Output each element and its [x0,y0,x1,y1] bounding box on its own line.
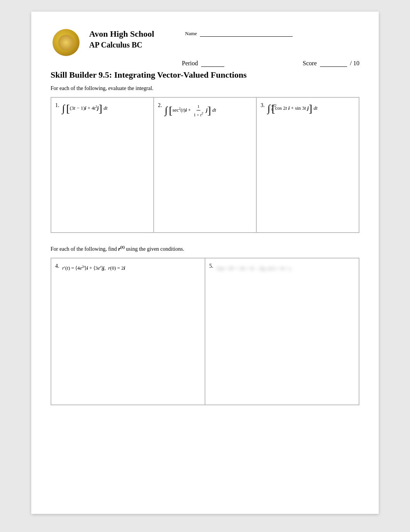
section1-instructions: For each of the following, evaluate the … [51,85,359,92]
problem-number-2: 2. [158,102,162,109]
period-label: Period [182,60,198,66]
section2-instructions: For each of the following, find r(t) usi… [51,245,359,252]
problem-cell-5: 5. r′(t) = ⟨t² + 1⟩i + ⟨t − 2⟩j, r(1) = … [205,258,359,405]
header: Avon High School AP Calculus BC Name [51,27,359,58]
worksheet-page: Avon High School AP Calculus BC Name Per… [31,12,379,514]
name-underline [200,29,293,37]
problem-cell-3: 3. ∫ π/2 0 [cos 2t i + sin 3t j] dt [256,97,359,233]
problem-number-3: 3. [261,102,265,109]
period-underline [201,59,224,67]
worksheet-title: Skill Builder 9.5: Integrating Vector-Va… [51,70,359,80]
problem-content-3: ∫ π/2 0 [cos 2t i + sin 3t j] dt [268,103,353,114]
problem-number-1: 1. [55,102,59,109]
period-score-row: Period Score / 10 [51,59,359,67]
problem-content-1: ∫ [(3t − 1)i + 4t3j] dt [62,103,148,114]
school-name: Avon High School [89,29,154,40]
problem-cell-1: 1. ∫ [(3t − 1)i + 4t3j] dt [51,97,154,233]
course-name: AP Calculus BC [89,40,154,50]
section2-suffix: using the given conditions. [126,246,184,252]
section2-prefix: For each of the following, find [51,246,117,252]
problem-number-4: 4. [55,263,59,269]
problem-cell-4: 4. r′(t) = ⟨4e2t⟩i + ⟨3et⟩j, r(0) = 2i [51,258,205,405]
score-underline [320,59,347,67]
expr-4: r′(t) = ⟨4e2t⟩i + ⟨3et⟩j, r(0) = 2i [62,264,125,272]
integral-1: ∫ [62,103,65,114]
score-label: Score [303,60,317,66]
period-area: Period [182,59,224,67]
integral-3: ∫ [268,103,270,114]
problem-content-2: ∫ [sec2(t)i + 1 1 + t2 j] dt [165,103,251,118]
school-logo [51,27,81,58]
name-label: Name [185,31,197,37]
problem-grid-1: 1. ∫ [(3t − 1)i + 4t3j] dt 2. ∫ [sec2(t)… [51,97,359,233]
problem-content-4: r′(t) = ⟨4e2t⟩i + ⟨3et⟩j, r(0) = 2i [62,264,199,272]
rt-label: r(t) [118,246,126,252]
school-info: Avon High School AP Calculus BC [89,27,154,50]
expr-3: ∫ π/2 0 [cos 2t i + sin 3t j] dt [268,103,317,114]
problem-grid-2: 4. r′(t) = ⟨4e2t⟩i + ⟨3et⟩j, r(0) = 2i 5… [51,258,359,405]
score-area: Score / 10 [303,59,359,67]
problem-number-5: 5. [209,263,213,269]
score-max: / 10 [350,60,359,66]
name-area: Name [154,27,359,37]
problem-content-5-blurred: r′(t) = ⟨t² + 1⟩i + ⟨t − 2⟩j, r(1) = 3i … [216,265,353,272]
problem-cell-2: 2. ∫ [sec2(t)i + 1 1 + t2 j] dt [154,97,256,233]
integral-2: ∫ [165,105,168,116]
expr-1: [(3t − 1)i + 4t3j] dt [66,103,107,114]
expr-2: [sec2(t)i + 1 1 + t2 j] dt [169,103,216,118]
